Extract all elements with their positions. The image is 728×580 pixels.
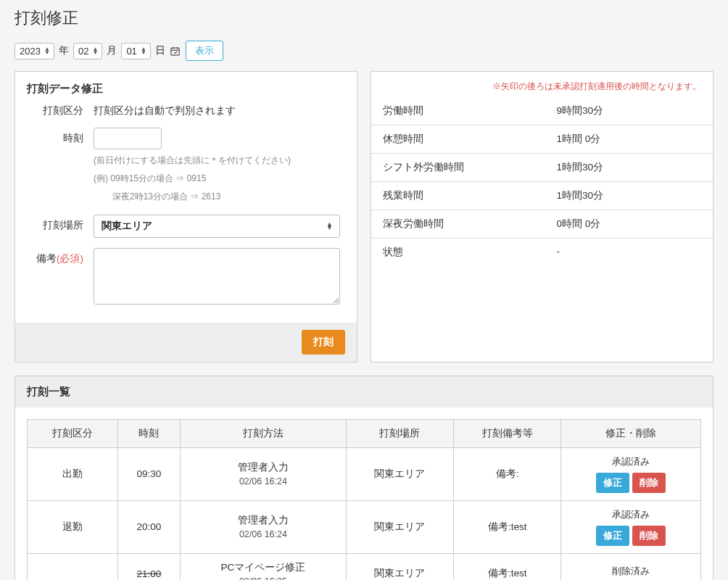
day-label: 日 xyxy=(155,44,165,57)
cell-type: 退勤 xyxy=(28,500,118,553)
delete-button[interactable]: 削除 xyxy=(632,526,666,546)
stats-val: - xyxy=(528,246,702,259)
form-title: 打刻データ修正 xyxy=(15,72,357,102)
note-textarea[interactable] xyxy=(94,248,340,304)
required-tag: (必須) xyxy=(57,253,83,264)
time-hint3: 深夜2時13分の場合 ⇒ 2613 xyxy=(94,190,342,204)
type-label: 打刻区分 xyxy=(30,104,94,117)
list-col-header: 打刻区分 xyxy=(28,419,118,447)
cell-type: 出勤 xyxy=(28,447,118,500)
stats-key: 労働時間 xyxy=(383,104,528,117)
year-select[interactable]: 2023 ▲▼ xyxy=(15,43,54,59)
cell-note: 備考: xyxy=(454,447,561,500)
place-label: 打刻場所 xyxy=(30,215,94,232)
stats-row: 状態- xyxy=(371,239,713,266)
list-col-header: 時刻 xyxy=(117,419,181,447)
cell-place: 関東エリア xyxy=(346,500,453,553)
month-select[interactable]: 02 ▲▼ xyxy=(73,43,102,59)
stats-val: 1時間30分 xyxy=(528,161,702,174)
cell-time: 09:30 xyxy=(117,447,181,500)
cell-note: 備考:test xyxy=(454,553,561,580)
cell-method: PCマイページ修正02/06 16:25 xyxy=(181,553,346,580)
stats-row: 深夜労働時間0時間 0分 xyxy=(371,210,713,239)
table-row: 21:00PCマイページ修正02/06 16:25関東エリア備考:test削除済… xyxy=(28,553,701,580)
stats-note: ※矢印の後ろは未承認打刻適用後の時間となります。 xyxy=(371,72,713,97)
place-selected: 関東エリア xyxy=(102,220,152,233)
list-col-header: 打刻方法 xyxy=(181,419,346,447)
day-value: 01 xyxy=(126,46,136,57)
list-card: 打刻一覧 打刻区分時刻打刻方法打刻場所打刻備考等修正・削除 出勤09:30管理者… xyxy=(15,376,713,580)
stats-row: 労働時間9時間30分 xyxy=(371,97,713,125)
cell-method: 管理者入力02/06 16:24 xyxy=(181,447,346,500)
svg-rect-0 xyxy=(171,48,179,55)
date-selector-bar: 2023 ▲▼ 年 02 ▲▼ 月 01 ▲▼ 日 表示 xyxy=(15,41,713,61)
time-hint1: (前日付けにする場合は先頭に＊を付けてください) xyxy=(94,154,342,167)
cell-time: 21:00 xyxy=(117,553,181,580)
time-label: 時刻 xyxy=(30,128,94,145)
edit-button[interactable]: 修正 xyxy=(596,526,629,546)
row-status: 承認済み xyxy=(567,508,695,521)
list-col-header: 打刻備考等 xyxy=(454,419,561,447)
list-table: 打刻区分時刻打刻方法打刻場所打刻備考等修正・削除 出勤09:30管理者入力02/… xyxy=(27,419,701,580)
cell-time: 20:00 xyxy=(117,500,181,553)
day-select[interactable]: 01 ▲▼ xyxy=(121,43,150,59)
calendar-icon[interactable] xyxy=(170,45,181,57)
cell-action: 削除済み xyxy=(561,553,701,580)
updown-icon: ▲▼ xyxy=(44,47,50,54)
submit-button[interactable]: 打刻 xyxy=(302,330,345,355)
stats-key: 深夜労働時間 xyxy=(383,218,528,231)
updown-icon: ▲▼ xyxy=(141,47,146,54)
row-status: 削除済み xyxy=(567,565,695,578)
show-button[interactable]: 表示 xyxy=(186,41,223,61)
cell-note: 備考:test xyxy=(454,500,561,553)
type-note: 打刻区分は自動で判別されます xyxy=(94,104,342,117)
time-input[interactable] xyxy=(94,128,162,149)
page-title: 打刻修正 xyxy=(0,0,728,41)
note-label: 備考 xyxy=(36,253,57,264)
stats-row: シフト外労働時間1時間30分 xyxy=(371,154,713,182)
cell-type xyxy=(28,553,118,580)
updown-icon: ▲▼ xyxy=(92,47,98,54)
table-row: 出勤09:30管理者入力02/06 16:24関東エリア備考:承認済み修正 削除 xyxy=(28,447,701,500)
cell-action: 承認済み修正 削除 xyxy=(561,500,701,553)
stats-key: 休憩時間 xyxy=(383,133,528,146)
stats-key: シフト外労働時間 xyxy=(383,161,528,174)
edit-button[interactable]: 修正 xyxy=(596,473,629,493)
stats-card: ※矢印の後ろは未承認打刻適用後の時間となります。 労働時間9時間30分休憩時間1… xyxy=(371,71,713,362)
note-label-wrap: 備考(必須) xyxy=(30,248,94,265)
stats-key: 残業時間 xyxy=(383,189,528,202)
list-col-header: 修正・削除 xyxy=(561,419,701,447)
stats-row: 休憩時間1時間 0分 xyxy=(371,125,713,154)
table-row: 退勤20:00管理者入力02/06 16:24関東エリア備考:test承認済み修… xyxy=(28,500,701,553)
month-label: 月 xyxy=(107,44,117,57)
updown-icon: ▲▼ xyxy=(326,223,333,230)
year-label: 年 xyxy=(59,44,69,57)
year-value: 2023 xyxy=(20,46,41,57)
place-select[interactable]: 関東エリア xyxy=(94,215,340,238)
delete-button[interactable]: 削除 xyxy=(632,473,666,493)
stats-val: 1時間30分 xyxy=(528,189,702,202)
cell-method: 管理者入力02/06 16:24 xyxy=(181,500,346,553)
list-title: 打刻一覧 xyxy=(15,376,713,407)
form-card: 打刻データ修正 打刻区分 打刻区分は自動で判別されます 時刻 (前日付けにする場… xyxy=(15,71,357,362)
stats-val: 0時間 0分 xyxy=(528,218,702,231)
cell-action: 承認済み修正 削除 xyxy=(561,447,701,500)
stats-val: 9時間30分 xyxy=(528,104,702,117)
stats-row: 残業時間1時間30分 xyxy=(371,182,713,210)
stats-key: 状態 xyxy=(383,246,528,259)
month-value: 02 xyxy=(78,46,88,57)
cell-place: 関東エリア xyxy=(346,553,453,580)
stats-val: 1時間 0分 xyxy=(528,133,702,146)
time-hint2: (例) 09時15分の場合 ⇒ 0915 xyxy=(94,172,342,186)
list-col-header: 打刻場所 xyxy=(346,419,453,447)
row-status: 承認済み xyxy=(567,455,695,468)
cell-place: 関東エリア xyxy=(346,447,453,500)
